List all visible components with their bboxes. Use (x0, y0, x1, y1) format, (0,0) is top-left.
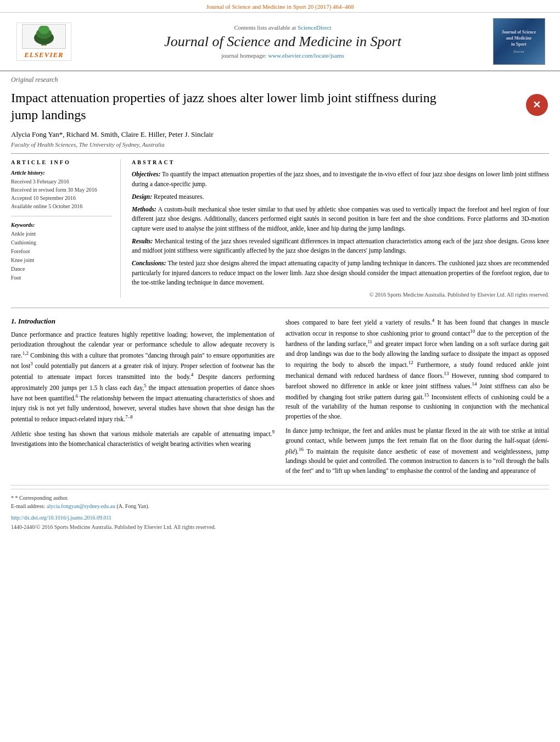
section-number: 1. (11, 317, 16, 325)
journal-title: Journal of Science and Medicine in Sport (164, 33, 401, 50)
elsevier-label: ELSEVIER (24, 51, 64, 59)
keyword-forefoot: Forefoot (11, 247, 112, 256)
objectives-text: To quantify the impact attenuation prope… (132, 171, 549, 187)
contents-text: Contents lists available at (234, 24, 296, 31)
abstract-design: Design: Repeated measures. (132, 192, 549, 202)
journal-title-block: Contents lists available at ScienceDirec… (82, 18, 483, 65)
article-info-column: ARTICLE INFO Article history: Received 3… (11, 159, 121, 298)
body-section: 1. Introduction Dance performance and pr… (0, 313, 560, 485)
homepage-text: journal homepage: (221, 52, 266, 59)
affiliation-line: Faculty of Health Sciences, The Universi… (0, 140, 560, 153)
email-link[interactable]: alycia.fongyan@sydney.edu.au (47, 503, 115, 509)
online-date: Available online 5 October 2016 (11, 202, 112, 210)
authors-line: Alycia Fong Yan*, Richard M. Smith, Clai… (0, 128, 560, 140)
article-info-abstract-section: ARTICLE INFO Article history: Received 3… (0, 154, 560, 303)
intro-paragraph-2: Athletic shoe testing has shown that var… (11, 428, 275, 449)
results-text: Mechanical testing of the jazz shoes rev… (132, 238, 549, 254)
body-left-column: 1. Introduction Dance performance and pr… (11, 317, 275, 481)
sciencedirect-link[interactable]: ScienceDirect (298, 24, 332, 31)
methods-label: Methods: (132, 206, 156, 213)
article-title: Impact attenuation properties of jazz sh… (11, 90, 439, 124)
elsevier-logo: ELSEVIER (16, 23, 71, 61)
body-divider (11, 308, 549, 308)
article-history-section: Article history: Received 3 February 201… (11, 170, 112, 210)
crossmark-block[interactable]: ✕ (524, 92, 549, 117)
design-label: Design: (132, 193, 152, 200)
body-right-column: shoes compared to bare feet yield a vari… (285, 317, 549, 481)
conclusions-label: Conclusions: (132, 260, 166, 266)
history-label: Article history: (11, 170, 112, 176)
abstract-heading: ABSTRACT (132, 159, 549, 165)
keyword-ankle: Ankle joint (11, 230, 112, 238)
copyright-line: © 2016 Sports Medicine Australia. Publis… (132, 292, 549, 298)
tree-svg (25, 26, 63, 47)
abstract-conclusions: Conclusions: The tested jazz shoe design… (132, 259, 549, 287)
footnote-section: * * Corresponding author. E-mail address… (11, 489, 549, 512)
right-paragraph-2: In dance jump technique, the feet and an… (285, 426, 549, 476)
article-info-heading: ARTICLE INFO (11, 159, 112, 165)
elsevier-logo-block: ELSEVIER (11, 18, 77, 65)
footnote-divider (11, 485, 549, 486)
keywords-section: Keywords: Ankle joint Cushioning Forefoo… (11, 222, 112, 282)
abstract-methods: Methods: A custom-built mechanical shoe … (132, 205, 549, 233)
license-section: 1440-2440/© 2016 Sports Medicine Austral… (0, 523, 560, 534)
design-text: Repeated measures. (154, 193, 204, 200)
abstract-objectives: Objectives: To quantify the impact atten… (132, 170, 549, 189)
keyword-cushioning: Cushioning (11, 238, 112, 247)
journal-header: ELSEVIER Contents lists available at Sci… (0, 13, 560, 71)
keywords-label: Keywords: (11, 222, 112, 228)
revised-date: Received in revised form 30 May 2016 (11, 186, 112, 194)
results-label: Results: (132, 238, 153, 244)
keyword-knee: Knee joint (11, 256, 112, 265)
journal-reference-text: Journal of Science and Medicine in Sport… (206, 3, 354, 10)
journal-reference-bar: Journal of Science and Medicine in Sport… (0, 0, 560, 13)
email-footnote: E-mail address: alycia.fongyan@sydney.ed… (11, 502, 549, 510)
contents-availability-line: Contents lists available at ScienceDirec… (234, 24, 331, 31)
intro-paragraph-1: Dance performance and practice features … (11, 330, 275, 424)
keyword-foot: Foot (11, 274, 112, 282)
journal-cover-block: Journal of Scienceand Medicinein Sport E… (489, 18, 549, 65)
crossmark-icon: ✕ (526, 94, 548, 116)
accepted-date: Accepted 10 September 2016 (11, 194, 112, 202)
article-title-section: Impact attenuation properties of jazz sh… (0, 86, 560, 128)
elsevier-tree-image (22, 24, 66, 49)
email-suffix: (A. Fong Yan). (116, 503, 149, 509)
abstract-column: ABSTRACT Objectives: To quantify the imp… (132, 159, 549, 298)
abstract-results: Results: Mechanical testing of the jazz … (132, 237, 549, 256)
keyword-dance: Dance (11, 265, 112, 274)
received-date: Received 3 February 2016 (11, 177, 112, 186)
right-paragraph-1: shoes compared to bare feet yield a vari… (285, 317, 549, 422)
corresponding-star: * (11, 495, 15, 501)
section-title-text: Introduction (18, 317, 55, 325)
homepage-line: journal homepage: www.elsevier.com/locat… (221, 52, 344, 59)
info-divider (11, 216, 112, 216)
methods-text: A custom-built mechanical shoe tester si… (132, 206, 549, 232)
doi-link[interactable]: http://dx.doi.org/10.1016/j.jsams.2016.0… (11, 515, 111, 521)
corresponding-text: * Corresponding author. (15, 495, 69, 501)
corresponding-note: * * Corresponding author. (11, 494, 549, 502)
conclusions-text: The tested jazz shoe designs altered the… (132, 260, 549, 286)
article-type: Original research (0, 71, 560, 86)
introduction-heading: 1. Introduction (11, 317, 275, 326)
doi-section: http://dx.doi.org/10.1016/j.jsams.2016.0… (0, 512, 560, 523)
homepage-link[interactable]: www.elsevier.com/locate/jsams (268, 52, 344, 59)
authors-text: Alycia Fong Yan*, Richard M. Smith, Clai… (11, 130, 214, 138)
objectives-label: Objectives: (132, 171, 160, 177)
journal-cover-image: Journal of Scienceand Medicinein Sport E… (493, 18, 545, 65)
email-label: E-mail address: (11, 503, 45, 509)
